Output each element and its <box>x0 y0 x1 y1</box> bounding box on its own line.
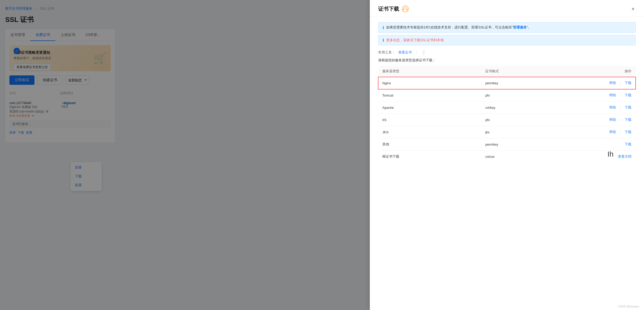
help-link-apache[interactable]: 帮助 <box>609 105 616 110</box>
download-link-other[interactable]: 下载 <box>625 142 631 147</box>
server-type-root-cert: 根证书下载 <box>378 151 481 163</box>
help-link-jks[interactable]: 帮助 <box>609 130 616 134</box>
table-row: Tomcatpfx帮助｜下载 <box>378 89 636 102</box>
info-banner-2: ℹ 更多信息，请参见下载SSL证书到本地 <box>378 35 636 45</box>
select-text: 请根据您的服务器类型选择证书下载： <box>378 58 636 63</box>
tools-label: 常用工具： <box>378 50 395 55</box>
modal-body: ℹ 如果您需要技术专家提供1对1在线技术支持，进行配置、部署SSL证书，可点击购… <box>370 17 644 310</box>
cert-format-apache: crt/key <box>481 102 584 114</box>
cert-format-nginx: pem/key <box>481 77 584 89</box>
modal-title-container: 证书下载 <box>378 5 409 13</box>
table-row: 根证书下载crt/cer查看文档 <box>378 151 636 163</box>
svg-rect-2 <box>407 9 408 10</box>
download-link-iis[interactable]: 下载 <box>625 117 631 122</box>
svg-rect-1 <box>403 9 404 10</box>
table-row: Apachecrt/key帮助｜下载 <box>378 102 636 114</box>
actions-tomcat: 帮助｜下载 <box>584 89 636 102</box>
server-type-apache: Apache <box>378 102 481 114</box>
table-header-row: 服务器类型 证书格式 操作 <box>378 66 636 77</box>
server-type-tomcat: Tomcat <box>378 89 481 102</box>
server-type-other: 其他 <box>378 138 481 151</box>
download-link-jks[interactable]: 下载 <box>625 130 631 134</box>
view-cert-link[interactable]: 查看证书 <box>398 50 412 55</box>
table-row: 其他pem/key下载 <box>378 138 636 151</box>
cert-download-table: 服务器类型 证书格式 操作 Nginxpem/key帮助｜下载Tomcatpfx… <box>378 66 636 163</box>
info-icon-1: ℹ <box>383 25 384 30</box>
cert-format-iis: pfx <box>481 114 584 126</box>
tools-row: 常用工具： 查看证书 ｜ ⋮ <box>378 50 636 55</box>
server-type-iis: IIS <box>378 114 481 126</box>
actions-jks: 帮助｜下载 <box>584 126 636 138</box>
cert-format-jks: jks <box>481 126 584 138</box>
cert-format-root-cert: crt/cer <box>481 151 584 163</box>
cert-format-tomcat: pfx <box>481 89 584 102</box>
action-separator: ｜ <box>619 130 622 134</box>
action-separator: ｜ <box>619 117 622 122</box>
table-row: IISpfx帮助｜下载 <box>378 114 636 126</box>
deploy-service-link[interactable]: 部署服务 <box>513 25 527 29</box>
watermark: CSDN @sasaari... <box>618 305 641 308</box>
headset-icon <box>402 5 409 13</box>
action-separator: ｜ <box>619 105 622 110</box>
download-link-apache[interactable]: 下载 <box>625 105 631 110</box>
action-separator: ｜ <box>619 81 622 85</box>
server-type-nginx: Nginx <box>378 77 481 89</box>
info-banner-1: ℹ 如果您需要技术专家提供1对1在线技术支持，进行配置、部署SSL证书，可点击购… <box>378 22 636 33</box>
modal-header: 证书下载 × <box>370 0 644 17</box>
th-actions: 操作 <box>584 66 636 77</box>
action-separator: ｜ <box>619 93 622 98</box>
modal-close-button[interactable]: × <box>630 5 636 13</box>
download-link-tomcat[interactable]: 下载 <box>625 93 631 98</box>
download-link-nginx[interactable]: 下载 <box>625 81 631 85</box>
cert-format-other: pem/key <box>481 138 584 151</box>
actions-iis: 帮助｜下载 <box>584 114 636 126</box>
help-link-iis[interactable]: 帮助 <box>609 117 616 122</box>
more-info-link[interactable]: 更多信息，请参见下载SSL证书到本地 <box>386 38 444 43</box>
actions-nginx: 帮助｜下载 <box>584 77 636 89</box>
help-link-tomcat[interactable]: 帮助 <box>609 93 616 98</box>
th-cert-format: 证书格式 <box>481 66 584 77</box>
help-link-nginx[interactable]: 帮助 <box>609 81 616 85</box>
download-link-root-cert[interactable]: 查看文档 <box>618 154 631 159</box>
actions-other: 下载 <box>584 138 636 151</box>
modal-title-text: 证书下载 <box>378 5 399 13</box>
info-banner-1-text: 如果您需要技术专家提供1对1在线技术支持，进行配置、部署SSL证书，可点击购买"… <box>386 25 531 30</box>
th-server-type: 服务器类型 <box>378 66 481 77</box>
actions-apache: 帮助｜下载 <box>584 102 636 114</box>
table-row: Nginxpem/key帮助｜下载 <box>378 77 636 89</box>
info-icon-2: ℹ <box>383 38 384 43</box>
tools-divider: ｜ <box>415 50 418 55</box>
svg-point-0 <box>402 6 408 12</box>
modal-panel: 证书下载 × ℹ 如果您需要技术专家提供1对1在线技术支持，进行配置、部署SSL… <box>370 0 644 310</box>
actions-root-cert: 查看文档 <box>584 151 636 163</box>
more-tools-icon[interactable]: ⋮ <box>421 50 426 55</box>
table-row: JKSjks帮助｜下载 <box>378 126 636 138</box>
server-type-jks: JKS <box>378 126 481 138</box>
